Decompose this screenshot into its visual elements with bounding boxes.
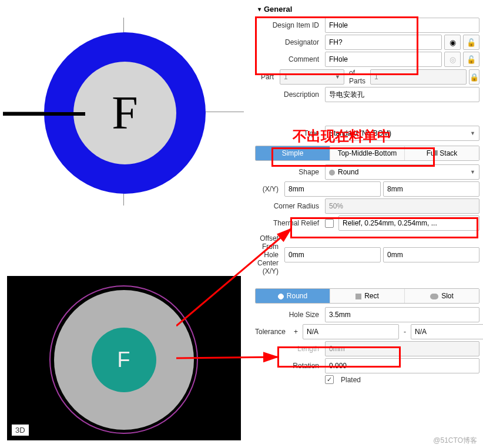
plated-label: Plated [338,376,363,384]
padstack-tabs: Simple Top-Middle-Bottom Full Stack [255,146,479,161]
thermal-relief-checkbox[interactable] [325,219,334,228]
plated-checkbox[interactable]: ✓ [325,375,334,384]
pad-copper: F [54,290,194,430]
symbol-pin [3,112,85,116]
designator-label: Designator [255,38,323,46]
pcb-3d-view[interactable]: F 3D [7,276,241,440]
hole-size-label: Hole Size [255,311,323,319]
tab-top-middle-bottom[interactable]: Top-Middle-Bottom [330,146,404,160]
description-label: Description [255,90,323,99]
pad-hole: F [92,328,156,392]
schematic-view[interactable]: F [0,0,238,258]
corner-radius-input [325,198,479,214]
properties-panel: General Design Item ID Designator ◉ 🔓 Co… [253,0,482,448]
tol-minus-label: - [401,328,408,336]
view-mode-badge[interactable]: 3D [12,425,29,436]
rotation-label: Rotation [255,362,323,370]
watermark: @51CTO博客 [433,436,477,446]
tolerance-label: Tolerance [255,328,289,336]
visibility-toggle-button[interactable]: ◉ [444,35,461,50]
shape-label: Shape [255,168,323,176]
size-y-input[interactable] [383,181,479,197]
design-item-id-input[interactable] [325,18,479,33]
symbol-inner-circle: F [73,62,176,164]
designator-input[interactable] [325,35,442,50]
offset-y-input[interactable] [383,247,479,262]
size-x-input[interactable] [284,181,381,197]
tab-slot[interactable]: Slot [404,289,479,303]
hole-size-input[interactable] [325,307,479,322]
tab-rect[interactable]: Rect [330,289,404,303]
design-item-id-label: Design Item ID [255,21,323,29]
type-label: Type [255,129,323,137]
lock-button-2[interactable]: 🔓 [463,52,479,67]
comment-input[interactable] [325,52,442,67]
thermal-relief-label: Thermal Relief [255,219,323,227]
xy-label: (X/Y) [255,185,282,193]
tolerance-minus-input[interactable] [411,324,483,339]
rotation-input[interactable] [325,358,479,373]
type-dropdown[interactable]: Standard (No BOM)▼ [325,126,479,141]
tab-simple[interactable]: Simple [256,146,330,160]
description-input[interactable] [325,87,479,102]
general-section-header[interactable]: General [255,2,479,16]
of-parts-label: of Parts [347,69,368,85]
shape-dropdown[interactable]: Round▼ [325,164,479,180]
pad-letter: F [118,348,130,372]
part-label: Part [255,73,277,81]
pad-outline-ring: F [49,285,198,434]
tolerance-plus-input[interactable] [303,324,399,339]
thermal-relief-input[interactable] [338,215,479,231]
corner-radius-label: Corner Radius [255,202,323,210]
of-parts-input [370,69,467,85]
offset-x-input[interactable] [284,247,381,262]
offset-label: Offset From Hole Center (X/Y) [255,234,282,275]
length-label: Length [255,345,323,353]
hole-tabs: Round Rect Slot [255,288,479,304]
tol-plus-label: + [291,328,300,336]
comment-label: Comment [255,55,323,63]
part-dropdown[interactable]: 1▼ [280,69,344,85]
lock-button[interactable]: 🔓 [463,35,479,50]
tab-round[interactable]: Round [256,289,330,303]
tab-full-stack[interactable]: Full Stack [404,146,479,160]
length-input [325,341,479,356]
visibility-off-button[interactable]: ◎ [444,52,461,67]
symbol-letter: F [112,86,138,140]
lock-button-3[interactable]: 🔒 [469,69,479,85]
